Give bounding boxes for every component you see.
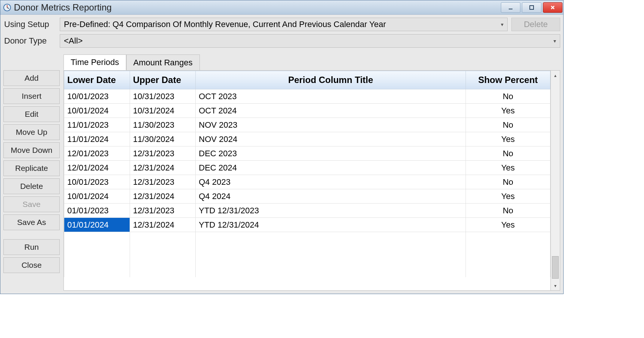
replicate-button[interactable]: Replicate bbox=[3, 160, 60, 176]
save-button[interactable]: Save bbox=[3, 196, 60, 212]
cell-upper[interactable]: 12/31/2023 bbox=[130, 175, 196, 189]
cell-lower[interactable]: 11/01/2023 bbox=[64, 118, 130, 132]
cell-show[interactable]: No bbox=[466, 175, 550, 189]
scroll-down-arrow-icon[interactable]: ▾ bbox=[551, 281, 560, 290]
cell-upper[interactable]: 12/31/2024 bbox=[130, 218, 196, 232]
cell-show[interactable]: No bbox=[466, 89, 550, 104]
cell-title[interactable]: NOV 2023 bbox=[196, 118, 466, 132]
cell-title[interactable]: OCT 2024 bbox=[196, 104, 466, 118]
table-zone: Time Periods Amount Ranges Lower Date bbox=[63, 54, 560, 291]
table-row[interactable]: 10/01/202310/31/2023OCT 2023No bbox=[64, 89, 550, 104]
run-button[interactable]: Run bbox=[3, 239, 60, 255]
vertical-scrollbar[interactable]: ▴ ▾ bbox=[550, 71, 560, 290]
cell-upper[interactable]: 12/31/2024 bbox=[130, 189, 196, 204]
donor-type-value: <All> bbox=[64, 36, 83, 46]
tab-time-periods[interactable]: Time Periods bbox=[63, 54, 126, 70]
periods-table: Lower Date Upper Date Period Column Titl… bbox=[64, 71, 550, 277]
cell-show[interactable]: Yes bbox=[466, 189, 550, 204]
table-row[interactable]: 11/01/202311/30/2023NOV 2023No bbox=[64, 118, 550, 132]
using-setup-row: Using Setup Pre-Defined: Q4 Comparison O… bbox=[3, 18, 560, 31]
cell-show[interactable]: No bbox=[466, 146, 550, 161]
cell-title[interactable]: Q4 2023 bbox=[196, 175, 466, 189]
cell-title[interactable]: DEC 2024 bbox=[196, 161, 466, 175]
table-row[interactable]: 12/01/202312/31/2023DEC 2023No bbox=[64, 146, 550, 161]
maximize-button[interactable] bbox=[522, 2, 541, 13]
side-button-column: Add Insert Edit Move Up Move Down Replic… bbox=[3, 54, 60, 291]
cell-lower[interactable]: 12/01/2023 bbox=[64, 146, 130, 161]
cell-upper[interactable]: 11/30/2024 bbox=[130, 132, 196, 146]
col-upper-date[interactable]: Upper Date bbox=[130, 71, 196, 89]
cell-upper[interactable]: 12/31/2024 bbox=[130, 161, 196, 175]
cell-lower[interactable]: 10/01/2024 bbox=[64, 104, 130, 118]
cell-lower[interactable]: 12/01/2024 bbox=[64, 161, 130, 175]
main-content: Add Insert Edit Move Up Move Down Replic… bbox=[3, 54, 560, 291]
col-period-title[interactable]: Period Column Title bbox=[196, 71, 466, 89]
cell-title[interactable]: NOV 2024 bbox=[196, 132, 466, 146]
cell-show[interactable]: Yes bbox=[466, 104, 550, 118]
add-button[interactable]: Add bbox=[3, 70, 60, 86]
cell-upper[interactable]: 12/31/2023 bbox=[130, 204, 196, 218]
save-as-button[interactable]: Save As bbox=[3, 214, 60, 230]
minimize-button[interactable] bbox=[501, 2, 520, 13]
app-icon bbox=[3, 3, 12, 12]
cell-show[interactable]: Yes bbox=[466, 161, 550, 175]
using-setup-value: Pre-Defined: Q4 Comparison Of Monthly Re… bbox=[64, 20, 386, 29]
table-scroll: Lower Date Upper Date Period Column Titl… bbox=[64, 71, 550, 290]
donor-type-dropdown[interactable]: <All> ▾ bbox=[60, 34, 560, 48]
cell-lower[interactable]: 10/01/2023 bbox=[64, 175, 130, 189]
cell-upper[interactable]: 10/31/2024 bbox=[130, 104, 196, 118]
cell-upper[interactable]: 12/31/2023 bbox=[130, 146, 196, 161]
table-wrap: Lower Date Upper Date Period Column Titl… bbox=[63, 70, 560, 291]
using-setup-dropdown[interactable]: Pre-Defined: Q4 Comparison Of Monthly Re… bbox=[60, 18, 508, 31]
tab-amount-ranges[interactable]: Amount Ranges bbox=[126, 54, 200, 70]
cell-lower[interactable]: 01/01/2023 bbox=[64, 204, 130, 218]
cell-lower[interactable]: 01/01/2024 bbox=[64, 218, 130, 232]
cell-upper[interactable]: 10/31/2023 bbox=[130, 89, 196, 104]
app-window: Donor Metrics Reporting Using Setup Pre-… bbox=[0, 0, 564, 294]
cell-upper[interactable]: 11/30/2023 bbox=[130, 118, 196, 132]
window-controls bbox=[501, 2, 562, 13]
titlebar: Donor Metrics Reporting bbox=[0, 0, 563, 15]
insert-button[interactable]: Insert bbox=[3, 88, 60, 104]
table-row[interactable]: 12/01/202412/31/2024DEC 2024Yes bbox=[64, 161, 550, 175]
cell-lower[interactable]: 10/01/2023 bbox=[64, 89, 130, 104]
chevron-down-icon: ▾ bbox=[553, 38, 556, 44]
table-header-row: Lower Date Upper Date Period Column Titl… bbox=[64, 71, 550, 89]
table-row[interactable]: 11/01/202411/30/2024NOV 2024Yes bbox=[64, 132, 550, 146]
col-lower-date[interactable]: Lower Date bbox=[64, 71, 130, 89]
close-window-button[interactable] bbox=[543, 2, 562, 13]
svg-rect-4 bbox=[530, 6, 534, 9]
delete-row-button[interactable]: Delete bbox=[3, 178, 60, 194]
table-empty-space bbox=[64, 232, 550, 277]
window-title: Donor Metrics Reporting bbox=[14, 2, 501, 13]
table-row[interactable]: 01/01/202312/31/2023YTD 12/31/2023No bbox=[64, 204, 550, 218]
scroll-up-arrow-icon[interactable]: ▴ bbox=[551, 71, 560, 80]
table-row[interactable]: 10/01/202312/31/2023Q4 2023No bbox=[64, 175, 550, 189]
cell-title[interactable]: YTD 12/31/2023 bbox=[196, 204, 466, 218]
cell-show[interactable]: No bbox=[466, 118, 550, 132]
close-button[interactable]: Close bbox=[3, 257, 60, 273]
cell-show[interactable]: Yes bbox=[466, 218, 550, 232]
col-show-percent[interactable]: Show Percent bbox=[466, 71, 550, 89]
delete-setup-button[interactable]: Delete bbox=[511, 18, 560, 31]
table-row[interactable]: 10/01/202412/31/2024Q4 2024Yes bbox=[64, 189, 550, 204]
scroll-thumb[interactable] bbox=[552, 256, 559, 279]
donor-type-label: Donor Type bbox=[3, 36, 60, 46]
svg-rect-3 bbox=[509, 9, 512, 9]
move-up-button[interactable]: Move Up bbox=[3, 124, 60, 140]
scroll-track[interactable] bbox=[551, 80, 560, 281]
cell-title[interactable]: YTD 12/31/2024 bbox=[196, 218, 466, 232]
edit-button[interactable]: Edit bbox=[3, 106, 60, 122]
cell-show[interactable]: Yes bbox=[466, 132, 550, 146]
table-row[interactable]: 10/01/202410/31/2024OCT 2024Yes bbox=[64, 104, 550, 118]
cell-lower[interactable]: 11/01/2024 bbox=[64, 132, 130, 146]
body: Using Setup Pre-Defined: Q4 Comparison O… bbox=[0, 15, 563, 294]
cell-title[interactable]: OCT 2023 bbox=[196, 89, 466, 104]
cell-lower[interactable]: 10/01/2024 bbox=[64, 189, 130, 204]
chevron-down-icon: ▾ bbox=[501, 21, 503, 27]
move-down-button[interactable]: Move Down bbox=[3, 142, 60, 158]
cell-title[interactable]: Q4 2024 bbox=[196, 189, 466, 204]
table-row[interactable]: 01/01/202412/31/2024YTD 12/31/2024Yes bbox=[64, 218, 550, 232]
cell-show[interactable]: No bbox=[466, 204, 550, 218]
cell-title[interactable]: DEC 2023 bbox=[196, 146, 466, 161]
